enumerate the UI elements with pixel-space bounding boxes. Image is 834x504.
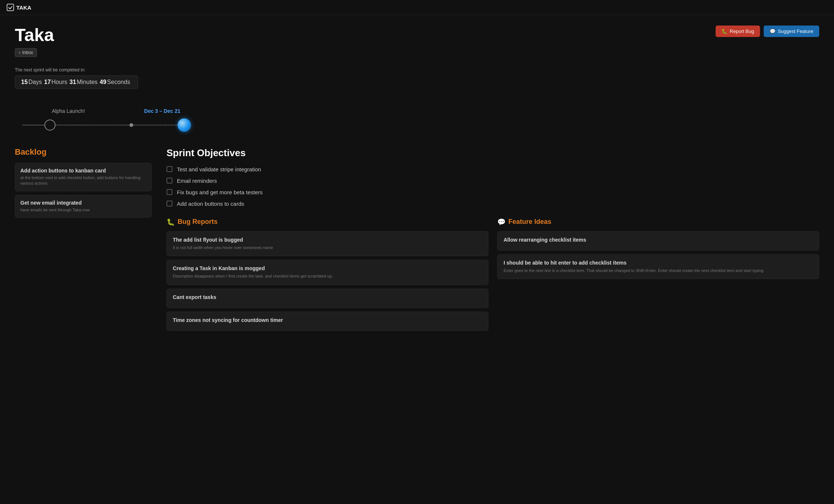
timeline-labels: Alpha Launch! Dec 3 – Dec 21	[22, 108, 819, 114]
report-bug-label: Report Bug	[730, 28, 754, 34]
timeline-line-middle2	[133, 125, 178, 125]
feature-ideas-icon: 💬	[497, 218, 505, 226]
countdown-hours-unit: Hours	[51, 79, 67, 85]
header-buttons: 🐛 Report Bug 💬 Suggest Feature	[716, 26, 819, 37]
timeline-label-dates: Dec 3 – Dec 21	[144, 108, 181, 114]
objective-item-2: Fix bugs and get more beta testers	[167, 189, 819, 195]
objective-text-0: Test and validate stripe integration	[177, 166, 261, 172]
bug-reports-title: 🐛 Bug Reports	[167, 218, 488, 226]
timeline-line-middle	[56, 125, 130, 125]
backlog-card-title-0: Add action buttons to kanban card	[20, 168, 146, 174]
sprint-objectives-title: Sprint Objectives	[167, 147, 819, 159]
backlog-title: Backlog	[15, 147, 152, 157]
objective-checkbox-0[interactable]	[167, 166, 172, 172]
timeline-circle-empty	[44, 120, 56, 131]
countdown-days-unit: Days	[28, 79, 42, 85]
bug-card-title-2: Cant export tasks	[173, 294, 482, 300]
bug-card-desc-0: It is not full width when you hover over…	[173, 245, 482, 251]
back-arrow-icon: ‹	[19, 50, 20, 55]
bottom-columns: 🐛 Bug Reports The add list flyout is bug…	[167, 218, 819, 335]
backlog-list: Add action buttons to kanban card at the…	[15, 163, 152, 218]
feature-card-1[interactable]: I should be able to hit enter to add che…	[497, 254, 819, 279]
timeline-line-left	[22, 125, 44, 125]
objective-item-1: Email reminders	[167, 178, 819, 184]
timeline-dot-small	[130, 123, 133, 127]
backlog-card-desc-0: at the bottom next to add checklist butt…	[20, 175, 146, 187]
sprint-objectives: Sprint Objectives Test and validate stri…	[167, 147, 819, 207]
objectives-list: Test and validate stripe integration Ema…	[167, 166, 819, 207]
bug-card-0[interactable]: The add list flyout is bugged It is not …	[167, 231, 488, 256]
bug-list[interactable]: The add list flyout is bugged It is not …	[167, 231, 488, 335]
inbox-label: Inbox	[22, 50, 33, 55]
objective-text-3: Add action buttons to cards	[177, 201, 244, 207]
right-column: Sprint Objectives Test and validate stri…	[167, 147, 819, 335]
objective-text-1: Email reminders	[177, 178, 217, 184]
main-container: Taka ‹ Inbox 🐛 Report Bug 💬 Suggest Feat…	[0, 15, 834, 342]
bug-reports-icon: 🐛	[167, 218, 175, 226]
feature-card-0[interactable]: Allow rearranging checklist items	[497, 231, 819, 251]
bug-card-1[interactable]: Creating a Task in Kanban is mogged Desc…	[167, 260, 488, 285]
bug-card-2[interactable]: Cant export tasks	[167, 289, 488, 308]
countdown-seconds-unit: Seconds	[107, 79, 130, 85]
suggest-feature-label: Suggest Feature	[778, 28, 813, 34]
timeline-track	[22, 118, 819, 132]
feature-list: Allow rearranging checklist items I shou…	[497, 231, 819, 279]
objective-checkbox-1[interactable]	[167, 178, 172, 184]
chat-icon: 💬	[770, 28, 776, 34]
inbox-button[interactable]: ‹ Inbox	[15, 48, 37, 57]
timeline-circle-filled	[178, 118, 191, 132]
backlog-card-desc-1: have emails be sent through Taka.now	[20, 207, 146, 213]
backlog-card-title-1: Get new email integrated	[20, 200, 146, 206]
page-title: Taka	[15, 26, 54, 45]
bug-reports-title-text: Bug Reports	[178, 218, 218, 226]
bug-card-title-1: Creating a Task in Kanban is mogged	[173, 265, 482, 271]
countdown-days-num: 15	[21, 79, 28, 85]
top-bar: TAKA	[0, 0, 834, 15]
feature-ideas-title: 💬 Feature Ideas	[497, 218, 819, 226]
countdown-display: 15 Days 17 Hours 31 Minutes 49 Seconds	[15, 75, 138, 89]
objective-checkbox-2[interactable]	[167, 189, 172, 195]
feature-card-desc-1: Enter goes to the next line in a checkli…	[504, 268, 813, 273]
bug-card-3[interactable]: Time zones not syncing for countdown tim…	[167, 312, 488, 331]
bug-card-desc-1: Description disappears when I first crea…	[173, 273, 482, 279]
countdown-minutes-unit: Minutes	[77, 79, 98, 85]
countdown-seconds-num: 49	[100, 79, 107, 85]
bug-card-title-3: Time zones not syncing for countdown tim…	[173, 317, 482, 323]
timeline-section: Alpha Launch! Dec 3 – Dec 21	[15, 101, 819, 140]
countdown-label: The next sprint will be completed in:	[15, 67, 819, 73]
objective-text-2: Fix bugs and get more beta testers	[177, 189, 263, 195]
bug-reports-section: 🐛 Bug Reports The add list flyout is bug…	[167, 218, 488, 335]
logo-icon	[7, 4, 14, 11]
svg-rect-0	[7, 4, 14, 11]
feature-card-title-0: Allow rearranging checklist items	[504, 237, 813, 243]
objective-checkbox-3[interactable]	[167, 201, 172, 206]
report-bug-button[interactable]: 🐛 Report Bug	[716, 26, 760, 37]
title-section: Taka ‹ Inbox	[15, 26, 54, 57]
objective-item-3: Add action buttons to cards	[167, 201, 819, 207]
bug-card-title-0: The add list flyout is bugged	[173, 237, 482, 243]
logo-text: TAKA	[16, 4, 31, 11]
feature-ideas-section: 💬 Feature Ideas Allow rearranging checkl…	[497, 218, 819, 335]
feature-card-title-1: I should be able to hit enter to add che…	[504, 260, 813, 266]
backlog-card-1[interactable]: Get new email integrated have emails be …	[15, 195, 152, 218]
bug-icon: 🐛	[722, 28, 727, 34]
header-row: Taka ‹ Inbox 🐛 Report Bug 💬 Suggest Feat…	[15, 26, 819, 57]
sprint-countdown: The next sprint will be completed in: 15…	[15, 67, 819, 89]
timeline-label-alpha: Alpha Launch!	[52, 108, 85, 114]
objective-item-0: Test and validate stripe integration	[167, 166, 819, 172]
backlog-card-0[interactable]: Add action buttons to kanban card at the…	[15, 163, 152, 191]
backlog-section: Backlog Add action buttons to kanban car…	[15, 147, 152, 335]
suggest-feature-button[interactable]: 💬 Suggest Feature	[764, 26, 819, 37]
countdown-hours-num: 17	[44, 79, 51, 85]
countdown-minutes-num: 31	[70, 79, 76, 85]
feature-ideas-title-text: Feature Ideas	[508, 218, 551, 226]
logo: TAKA	[7, 4, 31, 11]
